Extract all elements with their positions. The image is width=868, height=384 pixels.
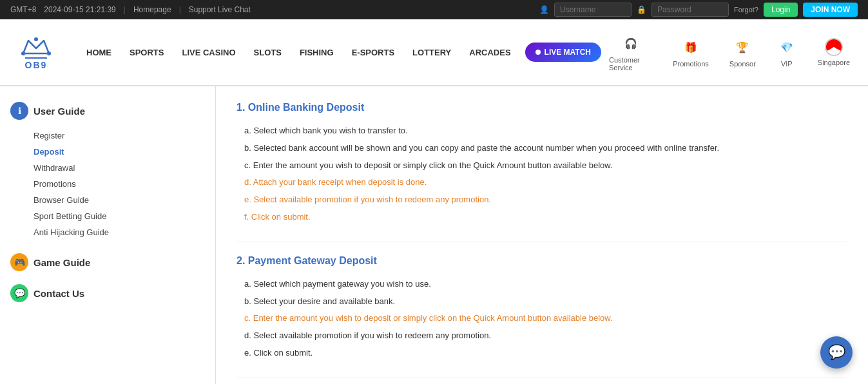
timezone: GMT+8	[10, 5, 36, 14]
promotions-label: Promotions	[673, 60, 709, 68]
sidebar: ℹ User Guide Register Deposit Withdrawal…	[0, 86, 216, 384]
nav-fishing[interactable]: FISHING	[291, 19, 343, 86]
chat-icon: 💬	[828, 344, 845, 361]
section-2: 2. Payment Gateway Deposit a. Select whi…	[236, 255, 847, 362]
singapore-label: Singapore	[818, 59, 850, 66]
support-link[interactable]: Support Live Chat	[189, 5, 251, 14]
flag-icon	[825, 38, 843, 56]
list-item: d. Select available promotion if you wis…	[244, 327, 847, 345]
game-guide-header[interactable]: 🎮 Game Guide	[10, 253, 205, 271]
promotions-icon: 🎁	[680, 37, 701, 57]
svg-marker-0	[23, 41, 49, 53]
list-item: b. Selected bank account will be shown a…	[244, 140, 847, 157]
game-guide-icon: 🎮	[10, 253, 28, 271]
nav-home[interactable]: HOME	[77, 19, 121, 86]
contact-us-title: Contact Us	[34, 288, 84, 299]
user-guide-title: User Guide	[34, 106, 85, 117]
join-button[interactable]: JOIN NOW	[803, 3, 858, 17]
vip-label: VIP	[781, 60, 793, 68]
nav-promotions[interactable]: 🎁 Promotions	[665, 37, 717, 68]
sidebar-link-promotions[interactable]: Promotions	[34, 176, 205, 192]
nav-sponsor[interactable]: 🏆 Sponsor	[722, 37, 764, 68]
chat-fab-button[interactable]: 💬	[820, 336, 853, 369]
list-item: d. Attach your bank receipt when deposit…	[244, 174, 847, 191]
sidebar-link-browser-guide[interactable]: Browser Guide	[34, 192, 205, 208]
content-area: 1. Online Banking Deposit a. Select whic…	[216, 86, 868, 384]
sponsor-icon: 🏆	[732, 37, 753, 57]
game-guide-title: Game Guide	[34, 257, 90, 268]
sidebar-link-deposit[interactable]: Deposit	[34, 144, 205, 160]
list-item: e. Select available promotion if you wis…	[244, 191, 847, 209]
list-item: e. Click on submit.	[244, 345, 847, 362]
contact-us-section: 💬 Contact Us	[10, 284, 205, 302]
customer-service-icon: 🎧	[621, 33, 641, 53]
user-guide-links: Register Deposit Withdrawal Promotions B…	[10, 128, 205, 240]
divider: |	[124, 5, 126, 14]
datetime: 2024-09-15 21:21:39	[44, 5, 115, 14]
sidebar-link-register[interactable]: Register	[34, 128, 205, 144]
nav-slots[interactable]: SLOTS	[245, 19, 291, 86]
main-content: ℹ User Guide Register Deposit Withdrawal…	[0, 86, 868, 384]
section-2-heading: 2. Payment Gateway Deposit	[236, 255, 847, 267]
crown-icon	[21, 34, 52, 57]
top-bar-left: GMT+8 2024-09-15 21:21:39 | Homepage | S…	[10, 5, 251, 14]
user-icon: 👤	[539, 5, 549, 14]
lock-icon: 🔒	[637, 5, 646, 14]
username-input[interactable]	[554, 3, 632, 17]
live-match-button[interactable]: LIVE MATCH	[525, 43, 601, 62]
live-dot	[535, 50, 541, 55]
live-match-label: LIVE MATCH	[545, 48, 591, 57]
sidebar-link-sport-betting[interactable]: Sport Betting Guide	[34, 208, 205, 224]
section-1-heading: 1. Online Banking Deposit	[236, 102, 847, 113]
password-input[interactable]	[651, 3, 729, 17]
divider2: |	[179, 5, 181, 14]
game-guide-section: 🎮 Game Guide	[10, 253, 205, 271]
customer-service-label: Customer Service	[609, 56, 652, 72]
section-2-list: a. Select which payment gateway you wish…	[236, 276, 847, 362]
sidebar-link-anti-hijacking[interactable]: Anti Hijacking Guide	[34, 224, 205, 240]
user-guide-section: ℹ User Guide Register Deposit Withdrawal…	[10, 102, 205, 240]
user-guide-header: ℹ User Guide	[10, 102, 205, 120]
top-bar: GMT+8 2024-09-15 21:21:39 | Homepage | S…	[0, 0, 868, 19]
sidebar-link-withdrawal[interactable]: Withdrawal	[34, 160, 205, 176]
logo-text: OB9	[25, 57, 48, 70]
nav-singapore[interactable]: Singapore	[810, 38, 858, 66]
user-guide-icon: ℹ	[10, 102, 28, 120]
main-nav: HOME SPORTS LIVE CASINO SLOTS FISHING E-…	[77, 19, 601, 86]
nav-vip[interactable]: 💎 VIP	[769, 37, 805, 68]
list-item: c. Enter the amount you wish to deposit …	[244, 310, 847, 327]
forgot-link[interactable]: Forgot?	[734, 6, 758, 14]
homepage-link[interactable]: Homepage	[133, 5, 171, 14]
login-button[interactable]: Login	[764, 3, 798, 17]
right-nav: 🎧 Customer Service 🎁 Promotions 🏆 Sponso…	[601, 33, 858, 72]
list-item: a. Select which payment gateway you wish…	[244, 276, 847, 293]
nav-customer-service[interactable]: 🎧 Customer Service	[601, 33, 660, 72]
contact-us-header[interactable]: 💬 Contact Us	[10, 284, 205, 302]
nav-arcades[interactable]: ARCADES	[460, 19, 519, 86]
list-item: a. Select which bank you wish to transfe…	[244, 122, 847, 140]
list-item: f. Click on submit.	[244, 209, 847, 226]
nav-esports[interactable]: E-SPORTS	[343, 19, 403, 86]
contact-us-icon: 💬	[10, 284, 28, 302]
sponsor-label: Sponsor	[729, 60, 756, 68]
nav-live-casino[interactable]: LIVE CASINO	[173, 19, 244, 86]
list-item: b. Select your desire and available bank…	[244, 293, 847, 311]
section-1-list: a. Select which bank you wish to transfe…	[236, 122, 847, 226]
header: OB9 HOME SPORTS LIVE CASINO SLOTS FISHIN…	[0, 19, 868, 86]
vip-icon: 💎	[776, 37, 797, 57]
nav-sports[interactable]: SPORTS	[121, 19, 173, 86]
top-bar-right: 👤 🔒 Forgot? Login JOIN NOW	[539, 3, 858, 17]
svg-point-3	[34, 37, 38, 41]
logo[interactable]: OB9	[10, 34, 62, 70]
nav-lottery[interactable]: LOTTERY	[403, 19, 460, 86]
list-item: c. Enter the amount you wish to deposit …	[244, 157, 847, 175]
section-1: 1. Online Banking Deposit a. Select whic…	[236, 102, 847, 226]
